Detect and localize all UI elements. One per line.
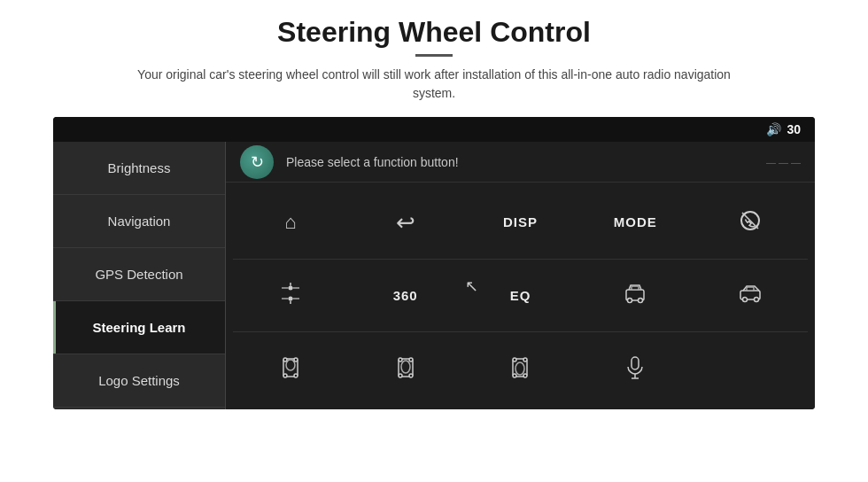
knob-icon <box>279 282 302 308</box>
svg-rect-12 <box>632 286 639 290</box>
grid-empty <box>693 332 808 406</box>
svg-point-25 <box>399 358 402 362</box>
car-side-icon <box>738 283 763 307</box>
grid-eq[interactable]: EQ <box>463 260 578 333</box>
sidebar-item-brightness[interactable]: Brightness <box>53 142 225 195</box>
refresh-icon: ↻ <box>251 152 264 172</box>
grid-car-top-3[interactable] <box>463 332 578 406</box>
function-prompt-bar: ↻ Please select a function button! — — — <box>226 142 815 183</box>
svg-rect-35 <box>632 357 639 369</box>
svg-point-3 <box>288 297 292 301</box>
svg-point-27 <box>399 374 402 377</box>
svg-point-1 <box>288 286 292 291</box>
svg-point-22 <box>294 374 298 377</box>
mic-icon <box>625 355 645 384</box>
mode-label: MODE <box>614 214 657 229</box>
main-content: Brightness Navigation GPS Detection Stee… <box>53 142 815 409</box>
svg-point-18 <box>286 360 295 370</box>
page-subtitle: Your original car's steering wheel contr… <box>124 66 744 103</box>
svg-point-28 <box>409 374 413 377</box>
svg-point-11 <box>639 299 643 303</box>
svg-point-14 <box>743 298 748 302</box>
car-top-icon-2 <box>396 355 415 384</box>
home-icon: ⌂ <box>284 213 296 232</box>
car-top-icon-1 <box>281 355 300 384</box>
svg-point-19 <box>283 358 287 362</box>
title-divider <box>415 54 453 57</box>
control-grid: ⌂ ↩ DISP MODE <box>226 183 815 409</box>
svg-point-21 <box>283 374 287 377</box>
grid-disp[interactable]: DISP <box>463 186 578 260</box>
eq-label: EQ <box>510 288 531 303</box>
svg-point-31 <box>513 358 516 362</box>
page-title: Steering Wheel Control <box>277 16 591 49</box>
volume-value: 30 <box>787 122 801 136</box>
svg-point-26 <box>409 358 413 362</box>
grid-car-top-1[interactable] <box>233 332 348 406</box>
sidebar-item-logo[interactable]: Logo Settings <box>53 354 225 408</box>
svg-point-24 <box>401 361 410 373</box>
page-wrapper: Steering Wheel Control Your original car… <box>0 0 868 482</box>
right-panel: ↻ Please select a function button! — — —… <box>226 142 815 409</box>
disp-label: DISP <box>503 214 538 229</box>
360-label: 360 <box>393 288 418 303</box>
grid-mic[interactable] <box>577 332 693 406</box>
device-screen: 🔊 30 Brightness Navigation GPS Detection… <box>53 117 815 409</box>
grid-back[interactable]: ↩ <box>348 186 463 260</box>
grid-mode[interactable]: MODE <box>577 186 693 260</box>
grid-car-icon-1[interactable] <box>577 260 693 333</box>
sidebar-item-steering-learn[interactable]: Steering Learn <box>53 301 225 354</box>
grid-equalizer-knob[interactable] <box>233 260 348 333</box>
svg-point-34 <box>523 374 527 377</box>
grid-360[interactable]: 360 <box>348 260 463 333</box>
back-icon: ↩ <box>396 211 415 234</box>
svg-rect-16 <box>747 287 754 291</box>
svg-point-10 <box>628 299 632 303</box>
car-front-icon <box>623 283 647 307</box>
sidebar: Brightness Navigation GPS Detection Stee… <box>53 142 226 409</box>
svg-point-30 <box>515 362 524 375</box>
svg-point-32 <box>523 358 527 362</box>
mute-phone-icon <box>740 210 761 234</box>
top-bar: 🔊 30 <box>53 117 815 142</box>
sidebar-item-gps[interactable]: GPS Detection <box>53 248 225 301</box>
top-right-corner: — — — <box>766 157 801 167</box>
svg-point-15 <box>755 298 759 302</box>
svg-point-20 <box>294 358 298 362</box>
prompt-text: Please select a function button! <box>286 155 459 169</box>
grid-mute-phone[interactable] <box>693 186 808 260</box>
sidebar-item-navigation[interactable]: Navigation <box>53 195 225 248</box>
grid-home[interactable]: ⌂ <box>233 186 348 260</box>
grid-car-top-2[interactable] <box>348 332 463 406</box>
car-top-icon-3 <box>510 355 530 384</box>
svg-point-33 <box>513 374 516 377</box>
volume-icon: 🔊 <box>766 122 781 136</box>
grid-car-icon-2[interactable] <box>693 260 808 333</box>
refresh-button[interactable]: ↻ <box>240 145 274 179</box>
